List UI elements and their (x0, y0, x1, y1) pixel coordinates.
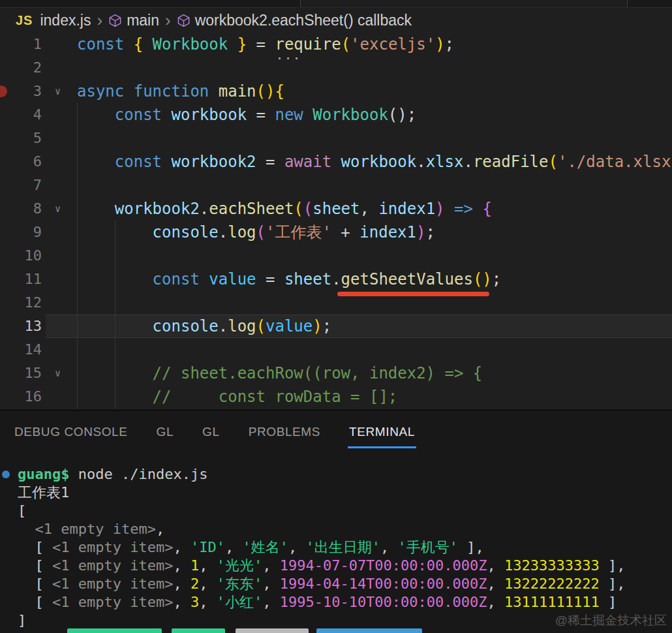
tab-separator (300, 0, 301, 7)
terminal-line: 工作表1 (18, 484, 672, 502)
terminal-output[interactable]: guang$ node ./index.js工作表1[ <1 empty ite… (0, 465, 672, 633)
code-line-15[interactable]: 15∨ // sheet.eachRow((row, index2) => { (0, 362, 672, 385)
red-annotation-underline (337, 292, 489, 296)
line-number: 14 (0, 338, 42, 362)
code-editor[interactable]: 1const { Workbook } = require('exceljs')… (0, 33, 672, 410)
terminal-line: [ <1 empty item>, 1, '光光', 1994-07-07T00… (18, 557, 672, 575)
terminal-line: [ <1 empty item>, 'ID', '姓名', '出生日期', '手… (18, 538, 672, 557)
indent-guide (115, 221, 115, 409)
terminal-line: [ <1 empty item>, 2, '东东', 1994-04-14T00… (18, 575, 672, 593)
panel-tab-terminal-4[interactable]: TERMINAL (349, 425, 415, 439)
code-line-13[interactable]: 13 console.log(value); (0, 315, 672, 338)
line-number: 7 (0, 174, 42, 197)
code-text: const workbook = new Workbook(); (0, 103, 672, 127)
breadcrumb: JS index.js › main › workbook2.eachSheet… (0, 8, 672, 33)
code-text: workbook2.eachSheet((sheet, index1) => { (0, 197, 672, 221)
code-line-2[interactable]: 2 (0, 56, 672, 80)
code-line-10[interactable]: 10 (0, 244, 672, 268)
line-number: 12 (0, 291, 42, 315)
chevron-right-icon: › (97, 12, 102, 29)
code-line-12[interactable]: 12 (0, 291, 672, 315)
javascript-file-icon: JS (16, 13, 33, 28)
code-text: // const rowData = []; (0, 385, 672, 409)
code-text: async function main(){ (0, 80, 672, 103)
code-line-14[interactable]: 14 (0, 338, 672, 362)
line-number: 5 (0, 127, 42, 150)
clipped-next-prompt-line (18, 628, 664, 633)
terminal-line: [ (18, 502, 672, 520)
code-line-4[interactable]: 4 const workbook = new Workbook(); (0, 103, 672, 127)
breadcrumb-symbol-callback[interactable]: workbook2.eachSheet() callback (195, 12, 412, 29)
watermark-text: @稀土掘金技术社区 (555, 612, 667, 629)
terminal-line: <1 empty item>, (18, 520, 672, 538)
panel-tab-bar: DEBUG CONSOLEGLGLPROBLEMSTERMINAL (0, 410, 672, 454)
breadcrumb-file-name[interactable]: index.js (40, 12, 91, 29)
panel-tab-problems-3[interactable]: PROBLEMS (249, 425, 320, 439)
terminal-line: guang$ node ./index.js (18, 465, 672, 484)
code-line-1[interactable]: 1const { Workbook } = require('exceljs')… (0, 33, 672, 56)
code-line-7[interactable]: 7 (0, 174, 672, 197)
code-lines: 1const { Workbook } = require('exceljs')… (0, 33, 672, 409)
tab-separator (627, 0, 628, 7)
terminal-line: [ <1 empty item>, 3, '小红', 1995-10-10T00… (18, 593, 672, 611)
indent-guide (77, 103, 78, 409)
code-text: // sheet.eachRow((row, index2) => { (0, 362, 672, 385)
panel-tab-gl-1[interactable]: GL (157, 425, 174, 439)
tab-bar-segment (301, 0, 628, 7)
bottom-panel: DEBUG CONSOLEGLGLPROBLEMSTERMINAL guang$… (0, 410, 672, 633)
code-text: const value = sheet.getSheetValues(); (0, 268, 672, 291)
code-text: console.log('工作表' + index1); (0, 221, 672, 244)
panel-tab-debug-console-0[interactable]: DEBUG CONSOLE (14, 425, 128, 439)
code-line-6[interactable]: 6 const workbook2 = await workbook.xlsx.… (0, 150, 672, 174)
terminal-session-dot-icon (2, 471, 10, 478)
line-number: 10 (0, 244, 42, 268)
panel-tab-gl-2[interactable]: GL (202, 425, 220, 439)
symbol-cube-icon (108, 14, 122, 27)
line-number: 2 (0, 56, 42, 80)
code-text: const workbook2 = await workbook.xlsx.re… (0, 150, 672, 174)
code-line-16[interactable]: 16 // const rowData = []; (0, 385, 672, 409)
code-line-5[interactable]: 5 (0, 127, 672, 150)
breadcrumb-symbol-main[interactable]: main (127, 12, 159, 29)
editor-tab-bar-sliver (0, 0, 672, 8)
terminal-lines: guang$ node ./index.js工作表1[ <1 empty ite… (18, 465, 672, 630)
code-text: console.log(value); (0, 315, 672, 338)
code-line-11[interactable]: 11 const value = sheet.getSheetValues(); (0, 268, 672, 291)
chevron-right-icon: › (165, 12, 171, 29)
code-text: const { Workbook } = require('exceljs'); (0, 33, 672, 56)
code-line-3[interactable]: 3∨async function main(){ (0, 80, 672, 103)
symbol-cube-icon (177, 14, 191, 27)
code-line-8[interactable]: 8∨ workbook2.eachSheet((sheet, index1) =… (0, 197, 672, 221)
code-line-9[interactable]: 9 console.log('工作表' + index1); (0, 221, 672, 244)
